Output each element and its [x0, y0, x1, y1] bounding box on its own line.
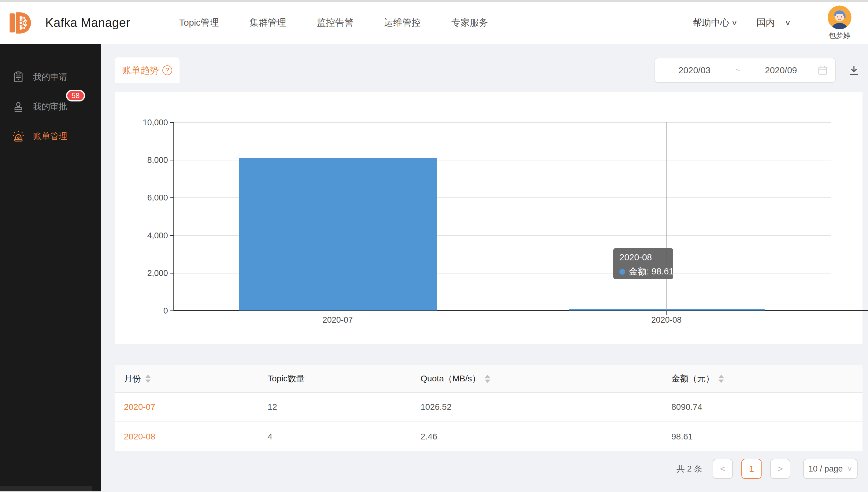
- tab-bill-trend[interactable]: 账单趋势 ?: [115, 57, 180, 83]
- calendar-icon: [817, 65, 828, 76]
- user-block[interactable]: 包梦婷: [828, 5, 851, 40]
- help-center-label: 帮助中心: [693, 17, 729, 29]
- quota-cell: 2.46: [412, 432, 662, 442]
- x-tick: [666, 311, 667, 315]
- tooltip-crosshair-line: [666, 122, 667, 311]
- y-tick: [170, 197, 173, 198]
- sidebar-item-my-applications[interactable]: 我的申请: [0, 62, 101, 92]
- sidebar-item-label: 我的审批: [33, 101, 67, 113]
- avatar-illustration: [828, 5, 851, 29]
- y-axis-label: 10,000: [119, 118, 168, 127]
- month-link[interactable]: 2020-08: [115, 432, 258, 442]
- tooltip-value: 金额: 98.61: [629, 266, 674, 278]
- y-axis-label: 6,000: [119, 193, 168, 203]
- column-header-amount[interactable]: 金额（元）: [662, 373, 863, 385]
- y-tick: [170, 273, 173, 273]
- chevron-down-icon: ∨: [731, 19, 738, 27]
- chevron-down-icon: ∨: [847, 465, 853, 472]
- sort-icon[interactable]: [719, 375, 724, 383]
- bill-table: 月份 Topic数量 Quota（MB/s） 金额（元）: [115, 365, 863, 451]
- column-header-topic-count: Topic数量: [258, 373, 412, 385]
- top-header: Kafka Manager Topic管理 集群管理 监控告警 运维管控 专家服…: [0, 2, 868, 44]
- approvals-count-badge: 58: [66, 90, 85, 101]
- column-header-quota[interactable]: Quota（MB/s）: [412, 373, 662, 385]
- app-logo-icon: [8, 9, 35, 36]
- y-axis-label: 0: [119, 306, 168, 316]
- y-axis-label: 8,000: [119, 155, 168, 165]
- page-size-select[interactable]: 10 / page ∨: [803, 459, 858, 479]
- amount-cell: 98.61: [662, 432, 863, 442]
- gridline: [173, 122, 831, 123]
- download-icon[interactable]: [848, 64, 860, 76]
- y-axis-label: 4,000: [119, 231, 168, 241]
- page-size-value: 10 / page: [808, 464, 843, 474]
- siren-icon: [12, 130, 24, 142]
- x-tick: [338, 311, 338, 315]
- chart-tooltip: 2020-08 金额: 98.61: [613, 248, 673, 279]
- nav-monitor-alert[interactable]: 监控告警: [317, 17, 354, 29]
- sidebar-item-label: 账单管理: [33, 130, 67, 142]
- header-right-group: 帮助中心 ∨ 国内 ∨: [693, 5, 868, 40]
- bar-2020-07[interactable]: [239, 158, 437, 311]
- x-axis-label: 2020-08: [630, 315, 703, 325]
- date-range-separator: ~: [731, 66, 745, 75]
- table-row: 2020-07 12 1026.52 8090.74: [115, 393, 863, 422]
- sidebar-item-my-approvals[interactable]: 我的审批 58: [0, 92, 101, 121]
- pagination-total: 共 2 条: [677, 463, 702, 474]
- y-tick: [170, 235, 173, 236]
- quota-cell: 1026.52: [412, 402, 662, 412]
- sidebar-item-label: 我的申请: [33, 71, 67, 83]
- help-center-menu[interactable]: 帮助中心 ∨: [693, 17, 738, 29]
- clipboard-icon: [12, 71, 24, 83]
- nav-cluster-management[interactable]: 集群管理: [250, 17, 286, 29]
- amount-cell: 8090.74: [662, 402, 863, 412]
- month-link[interactable]: 2020-07: [115, 402, 258, 412]
- top-navigation: Topic管理 集群管理 监控告警 运维管控 专家服务: [179, 17, 488, 29]
- stamp-icon: [12, 101, 24, 113]
- topic-count-cell: 12: [258, 402, 412, 412]
- toolbar: 账单趋势 ? 2020/03 ~ 2020/09: [115, 57, 863, 84]
- nav-ops-control[interactable]: 运维管控: [384, 17, 421, 29]
- sort-icon[interactable]: [485, 375, 490, 383]
- sidebar-collapse-bar[interactable]: [0, 486, 92, 491]
- user-name: 包梦婷: [828, 30, 850, 40]
- app-title: Kafka Manager: [45, 16, 130, 30]
- table-header-row: 月份 Topic数量 Quota（MB/s） 金额（元）: [115, 365, 863, 393]
- y-tick: [170, 122, 173, 123]
- page-1-button[interactable]: 1: [742, 459, 761, 479]
- table-row: 2020-08 4 2.46 98.61: [115, 422, 863, 451]
- date-end-value[interactable]: 2020/09: [745, 66, 817, 75]
- tooltip-title: 2020-08: [619, 252, 667, 263]
- sidebar: 我的申请 我的审批 58: [0, 44, 101, 491]
- y-tick: [170, 311, 173, 311]
- question-circle-icon[interactable]: ?: [162, 66, 172, 75]
- topic-count-cell: 4: [258, 432, 412, 442]
- prev-page-button[interactable]: <: [713, 459, 733, 479]
- avatar[interactable]: [828, 5, 851, 29]
- region-label: 国内: [757, 17, 775, 29]
- region-selector[interactable]: 国内 ∨: [757, 17, 791, 29]
- series-dot-icon: [619, 269, 625, 275]
- column-header-month[interactable]: 月份: [115, 373, 258, 385]
- x-axis-label: 2020-07: [301, 315, 374, 325]
- date-range-picker[interactable]: 2020/03 ~ 2020/09: [655, 58, 836, 83]
- bill-trend-chart: 10,000 8,000 6,000 4,000 2,000 0 2020-07…: [115, 92, 863, 344]
- tab-label: 账单趋势: [122, 64, 159, 77]
- main-content: 账单趋势 ? 2020/03 ~ 2020/09: [101, 44, 868, 491]
- chevron-down-icon: ∨: [785, 19, 791, 27]
- kafka-manager-app: Kafka Manager Topic管理 集群管理 监控告警 运维管控 专家服…: [0, 0, 868, 492]
- y-tick: [170, 160, 173, 161]
- nav-topic-management[interactable]: Topic管理: [179, 17, 219, 29]
- y-axis-label: 2,000: [119, 269, 168, 278]
- next-page-button[interactable]: >: [770, 459, 790, 479]
- sidebar-item-bill-management[interactable]: 账单管理: [0, 121, 101, 151]
- date-start-value[interactable]: 2020/03: [658, 66, 731, 75]
- y-axis: [173, 122, 174, 311]
- toolbar-right-group: 2020/03 ~ 2020/09: [655, 58, 863, 83]
- pagination: 共 2 条 < 1 > 10 / page ∨: [115, 459, 863, 479]
- sort-icon[interactable]: [145, 375, 151, 383]
- nav-expert-service[interactable]: 专家服务: [451, 17, 488, 29]
